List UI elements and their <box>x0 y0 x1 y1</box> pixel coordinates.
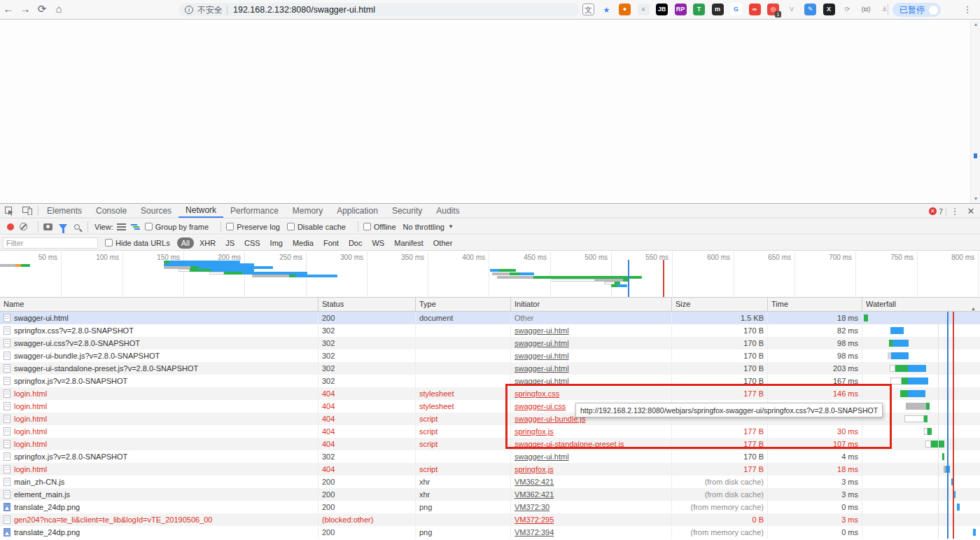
browser-menu-icon[interactable]: ⋮ <box>960 4 974 15</box>
table-row[interactable]: springfox.js?v=2.8.0-SNAPSHOT302swagger-… <box>0 450 980 463</box>
table-row[interactable]: login.html404scriptspringfox.js177 B18 m… <box>0 463 980 476</box>
devtools-close-icon[interactable]: ✕ <box>963 206 979 216</box>
table-row[interactable]: swagger-ui.html200documentOther1.5 KB18 … <box>0 312 980 324</box>
checkbox-icon[interactable] <box>105 239 113 247</box>
filter-type-manifest[interactable]: Manifest <box>390 237 428 249</box>
column-header-size[interactable]: Size <box>672 298 768 312</box>
device-toolbar-icon[interactable] <box>18 204 36 218</box>
filter-type-xhr[interactable]: XHR <box>195 237 220 249</box>
table-row[interactable]: swagger-ui-standalone-preset.js?v=2.8.0-… <box>0 362 980 375</box>
checkbox-icon[interactable] <box>363 223 371 230</box>
inspect-element-icon[interactable] <box>0 204 18 218</box>
info-icon[interactable]: i <box>185 6 193 14</box>
column-header-time[interactable]: Time <box>768 298 862 312</box>
filter-type-ws[interactable]: WS <box>368 237 388 249</box>
waterfall-view-icon[interactable] <box>131 223 140 230</box>
column-header-name[interactable]: Name <box>0 298 318 312</box>
filter-input[interactable] <box>3 237 98 249</box>
scroll-down-icon[interactable]: ▼ <box>971 195 980 203</box>
filter-type-font[interactable]: Font <box>319 237 343 249</box>
tab-security[interactable]: Security <box>385 204 429 218</box>
initiator-link[interactable]: VM372:30 <box>514 503 550 511</box>
tab-network[interactable]: Network <box>178 204 223 218</box>
clipper-extension-icon[interactable]: ✎ <box>804 4 816 15</box>
x-extension-icon[interactable]: X <box>823 4 835 15</box>
jetbrains-extension-icon[interactable]: JB <box>656 4 668 15</box>
page-scrollbar[interactable]: ▲ ▼ <box>970 20 980 203</box>
preserve-log-checkbox[interactable]: Preserve log <box>226 223 280 231</box>
table-row[interactable]: element_main.js200xhrVM362:421(from disk… <box>0 488 980 501</box>
tab-sources[interactable]: Sources <box>134 204 178 218</box>
proxy-extension-icon[interactable]: ● <box>619 4 631 15</box>
timeline-overview[interactable]: 50 ms100 ms150 ms200 ms250 ms300 ms350 m… <box>0 251 980 298</box>
filter-type-js[interactable]: JS <box>221 237 239 249</box>
scroll-up-icon[interactable]: ▲ <box>971 20 980 29</box>
initiator-link[interactable]: swagger-ui.html <box>514 339 569 347</box>
address-bar[interactable]: i 不安全 192.168.2.132:8080/swagger-ui.html <box>178 3 580 17</box>
checkbox-icon[interactable] <box>287 223 295 230</box>
column-header-waterfall[interactable]: Waterfall▲ <box>862 298 980 312</box>
initiator-link[interactable]: swagger-ui.html <box>514 364 569 373</box>
table-row[interactable]: main_zh-CN.js200xhrVM362:421(from disk c… <box>0 476 980 488</box>
checkbox-icon[interactable] <box>226 223 234 230</box>
devtools-menu-icon[interactable]: ⋮ <box>948 206 962 216</box>
initiator-link[interactable]: VM362:421 <box>514 490 554 499</box>
column-header-type[interactable]: Type <box>416 298 511 312</box>
table-row[interactable]: swagger-ui-bundle.js?v=2.8.0-SNAPSHOT302… <box>0 349 980 362</box>
vue-devtools-extension-icon[interactable]: V <box>786 4 798 15</box>
brackets-extension-icon[interactable]: (ɪɪ) <box>860 4 872 15</box>
url-text[interactable]: 192.168.2.132:8080/swagger-ui.html <box>233 5 375 15</box>
filter-type-css[interactable]: CSS <box>240 237 265 249</box>
sort-ascending-icon[interactable]: ▲ <box>971 302 976 312</box>
console-error-badge[interactable]: ✕ 7 <box>929 207 946 216</box>
tab-memory[interactable]: Memory <box>286 204 330 218</box>
tab-elements[interactable]: Elements <box>40 204 89 218</box>
initiator-link[interactable]: swagger-ui.html <box>514 352 569 360</box>
filter-type-doc[interactable]: Doc <box>344 237 367 249</box>
initiator-link[interactable]: VM372:295 <box>514 515 554 524</box>
google-extension-icon[interactable]: G <box>730 4 742 15</box>
column-header-initiator[interactable]: Initiator <box>511 298 672 312</box>
column-header-status[interactable]: Status <box>318 298 416 312</box>
throttling-select[interactable]: No throttling ▼ <box>403 223 454 231</box>
paused-button[interactable]: 已暂停 <box>892 3 941 17</box>
initiator-link[interactable]: swagger-ui.html <box>514 452 569 461</box>
initiator-link[interactable]: swagger-ui.html <box>514 326 569 335</box>
rp-extension-icon[interactable]: RP <box>675 4 687 15</box>
sync-extension-icon[interactable]: ⟳ <box>841 4 853 15</box>
tab-audits[interactable]: Audits <box>429 204 466 218</box>
tab-application[interactable]: Application <box>330 204 385 218</box>
tab-performance[interactable]: Performance <box>223 204 286 218</box>
bookmark-star-icon[interactable]: ★ <box>601 4 612 15</box>
notes-extension-icon[interactable]: ≡ <box>638 4 650 15</box>
shield-extension-icon[interactable]: T <box>693 4 705 15</box>
filter-type-img[interactable]: Img <box>266 237 287 249</box>
table-row[interactable]: translate_24dp.png200pngVM372:394(from m… <box>0 526 980 539</box>
tab-console[interactable]: Console <box>89 204 134 218</box>
filter-icon[interactable] <box>59 224 67 230</box>
table-row[interactable]: springfox.css?v=2.8.0-SNAPSHOT302swagger… <box>0 324 980 337</box>
table-row[interactable]: gen204?nca=te_li&client=te_lib&logId=vTE… <box>0 513 980 526</box>
filter-type-other[interactable]: Other <box>429 237 457 249</box>
initiator-link[interactable]: VM362:421 <box>514 478 554 486</box>
forward-icon[interactable]: → <box>17 1 34 18</box>
clear-icon[interactable] <box>20 223 27 230</box>
group-by-frame-checkbox[interactable]: Group by frame <box>145 223 209 231</box>
filter-type-media[interactable]: Media <box>288 237 318 249</box>
record-button[interactable] <box>7 223 14 230</box>
markdown-extension-icon[interactable]: m <box>712 4 724 15</box>
initiator-link[interactable]: VM372:394 <box>514 528 554 536</box>
translate-icon[interactable]: 文 <box>582 4 594 15</box>
infinity-extension-icon[interactable]: ∞ <box>749 4 761 15</box>
back-icon[interactable]: ← <box>0 1 17 18</box>
hide-data-urls-checkbox[interactable]: Hide data URLs <box>105 239 170 247</box>
checkbox-icon[interactable] <box>145 223 153 230</box>
table-row[interactable]: swagger-ui.css?v=2.8.0-SNAPSHOT302swagge… <box>0 337 980 349</box>
list-view-icon[interactable] <box>117 223 126 230</box>
reload-icon[interactable]: ⟳ <box>34 1 50 18</box>
initiator-link[interactable]: springfox.js <box>514 465 554 473</box>
table-row[interactable]: translate_24dp.png200pngVM372:30(from me… <box>0 501 980 513</box>
screenshot-icon[interactable] <box>43 223 52 230</box>
search-icon[interactable] <box>74 224 80 230</box>
offline-checkbox[interactable]: Offline <box>363 223 396 231</box>
